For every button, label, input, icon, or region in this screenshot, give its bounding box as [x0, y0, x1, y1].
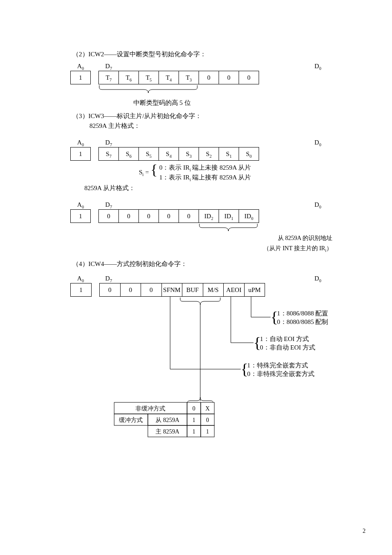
cell-s3: S3: [179, 147, 199, 161]
cell-d5: 0: [138, 209, 159, 223]
svg-text:0: 0: [206, 417, 209, 423]
a0-cell: 1: [70, 71, 91, 84]
svg-text:非缓冲方式: 非缓冲方式: [135, 405, 165, 412]
icw3-id-caption: 从 8259A 的识别地址 （从片 INT 接主片的 IRi）: [72, 233, 332, 254]
cell-s2: S2: [199, 147, 219, 161]
cell-s5: S5: [138, 147, 159, 161]
si-lines: 0：表示 IRi 端上未接 8259A 从片 1：表示 IRi 端上接有 825…: [159, 163, 251, 182]
cell-d3: 0: [179, 209, 199, 223]
icw2-brace-icon: [98, 84, 277, 96]
icw4-diagram: { { { 1：8086/8088 配置 0：8080/8085 配制 1：自动…: [70, 297, 328, 439]
cell-s1: S1: [219, 147, 239, 161]
cell-d6: 0: [120, 283, 141, 297]
page-number: 2: [363, 528, 366, 535]
cell-d4: 0: [159, 209, 179, 223]
cell-d6: 0: [118, 209, 138, 223]
cell-buf: BUF: [182, 283, 203, 297]
cell-d3: T3: [179, 71, 199, 84]
cell-d6: T6: [118, 71, 138, 84]
icw2-title: （2）ICW2——设置中断类型号初始化命令字：: [72, 50, 328, 58]
icw2-register: 1 T7 T6 T5 T4 T3 0 0 0: [70, 71, 328, 84]
upm-0-text: 0：8080/8085 配制: [277, 318, 328, 325]
svg-text:X: X: [205, 405, 210, 412]
label-a0: A0: [70, 201, 91, 209]
label-d0: D0: [308, 201, 328, 209]
cell-sfnm: SFNM: [161, 283, 182, 297]
label-d7: D7: [98, 201, 119, 209]
icw3-slave-heading: 8259A 从片格式：: [84, 184, 328, 192]
sfnm-0-text: 0：非特殊完全嵌套方式: [247, 370, 314, 377]
aeoi-1-text: 1：自动 EOI 方式: [260, 335, 309, 342]
page: （2）ICW2——设置中断类型号初始化命令字： A0 D7 D0 1 T7 T6…: [0, 0, 392, 439]
cell-s6: S6: [118, 147, 138, 161]
icw3s-label-row: A0 D7 D0: [70, 201, 328, 209]
cell-d4: T4: [159, 71, 179, 84]
icw2-brace-caption: 中断类型码的高 5 位: [0, 99, 328, 107]
svg-text:缓冲方式: 缓冲方式: [119, 417, 143, 423]
cell-d2: 0: [199, 71, 219, 84]
label-a0: A0: [70, 275, 91, 283]
icw4-label-row: A0 D7 D0: [70, 275, 328, 283]
label-d7: D7: [98, 275, 119, 283]
svg-text:从 8259A: 从 8259A: [156, 417, 180, 423]
id-caption-1: 从 8259A 的识别地址: [72, 233, 332, 243]
aeoi-0-text: 0：非自动 EOI 方式: [260, 344, 315, 351]
icw3-id-brace-icon: [199, 223, 267, 233]
svg-text:1: 1: [193, 428, 196, 435]
icw3-slave-register: 1 0 0 0 0 0 ID2 ID1 ID0: [70, 209, 328, 223]
cell-upm: uPM: [244, 283, 265, 297]
icw3-master-register: 1 S7 S6 S5 S4 S3 S2 S1 S0: [70, 147, 328, 161]
cell-ms: M/S: [203, 283, 224, 297]
cell-d7: 0: [99, 283, 120, 297]
cell-s4: S4: [159, 147, 179, 161]
buf-table-group: 非缓冲方式 0 X 缓冲方式 从 8259A 1 0 主 8259A 1 1: [114, 402, 214, 437]
icw2-label-row: A0 D7 D0: [70, 63, 328, 71]
brace-icon: {: [150, 163, 157, 182]
cell-d0: 0: [239, 71, 259, 84]
id-caption-2: （从片 INT 接主片的 IRi）: [72, 243, 332, 254]
cell-d5: T5: [138, 71, 159, 84]
cell-s0: S0: [239, 147, 259, 161]
svg-text:1: 1: [206, 428, 209, 435]
cell-d1: 0: [219, 71, 239, 84]
label-d7: D7: [98, 139, 119, 147]
svg-text:主 8259A: 主 8259A: [156, 428, 180, 435]
cell-d7: 0: [98, 209, 118, 223]
cell-id1: ID1: [219, 209, 239, 223]
label-a0: A0: [70, 63, 91, 71]
svg-text:1: 1: [193, 417, 196, 423]
svg-text:0: 0: [193, 405, 196, 412]
label-a0: A0: [70, 139, 91, 147]
cell-id2: ID2: [199, 209, 219, 223]
cell-d5: 0: [141, 283, 161, 297]
label-d0: D0: [308, 275, 328, 283]
cell-aeoi: AEOI: [223, 283, 244, 297]
cell-s7: S7: [98, 147, 118, 161]
cell-d7: T7: [98, 71, 118, 84]
sfnm-1-text: 1：特殊完全嵌套方式: [247, 362, 308, 369]
si-line-0: 0：表示 IRi 端上未接 8259A 从片: [159, 163, 251, 173]
label-d0: D0: [308, 139, 328, 147]
icw3-title: （3）ICW3——标识主片/从片初始化命令字：: [72, 112, 328, 120]
si-line-1: 1：表示 IRi 端上接有 8259A 从片: [159, 173, 251, 183]
a0-cell: 1: [70, 209, 91, 223]
a0-cell: 1: [70, 283, 92, 297]
icw4-connectors-icon: { { { 1：8086/8088 配置 0：8080/8085 配制 1：自动…: [70, 297, 334, 437]
a0-cell: 1: [70, 147, 91, 161]
icw3-master-heading: 8259A 主片格式：: [89, 122, 328, 130]
upm-1-text: 1：8086/8088 配置: [277, 310, 328, 317]
icw4-register: 1 0 0 0 SFNM BUF M/S AEOI uPM: [70, 283, 328, 297]
icw4-title: （4）ICW4——方式控制初始化命令字：: [72, 260, 328, 268]
label-d0: D0: [308, 63, 328, 71]
icw3-si-note: Si = { 0：表示 IRi 端上未接 8259A 从片 1：表示 IRi 端…: [62, 163, 328, 182]
cell-id0: ID0: [239, 209, 259, 223]
icw3m-label-row: A0 D7 D0: [70, 139, 328, 147]
label-d7: D7: [98, 63, 119, 71]
